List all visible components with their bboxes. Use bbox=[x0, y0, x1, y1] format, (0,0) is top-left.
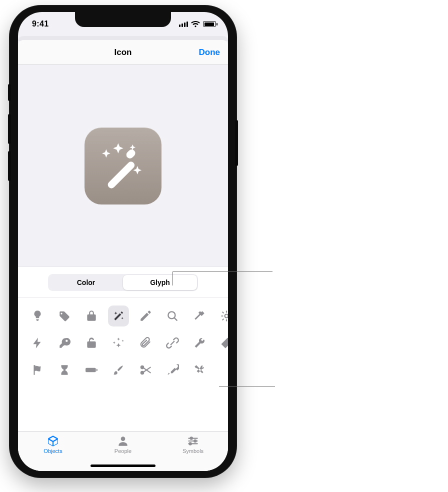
glyph-ruler[interactable] bbox=[216, 332, 228, 354]
glyph-wrench[interactable] bbox=[189, 332, 210, 354]
glyph-unlock[interactable] bbox=[81, 332, 102, 354]
glyph-hammer[interactable] bbox=[189, 306, 210, 326]
svg-point-8 bbox=[194, 440, 196, 442]
glyph-eyedropper[interactable] bbox=[162, 360, 183, 380]
glyph-tools[interactable] bbox=[189, 360, 210, 380]
glyph-sparkles[interactable] bbox=[108, 332, 129, 354]
page-title: Icon bbox=[114, 48, 132, 58]
svg-rect-1 bbox=[125, 148, 137, 160]
tab-objects[interactable]: Objects bbox=[18, 434, 88, 471]
navigation-bar: Icon Done bbox=[18, 40, 228, 65]
screen: 9:41 Icon Done bbox=[18, 12, 228, 471]
glyph-link[interactable] bbox=[162, 332, 183, 354]
done-button[interactable]: Done bbox=[199, 40, 220, 64]
callout-line bbox=[219, 386, 275, 386]
glyph-lock[interactable] bbox=[81, 306, 102, 326]
glyph-hourglass[interactable] bbox=[54, 360, 75, 380]
volume-down-button bbox=[8, 151, 11, 181]
svg-point-3 bbox=[225, 314, 228, 318]
home-indicator[interactable] bbox=[90, 464, 156, 467]
svg-point-6 bbox=[121, 436, 126, 441]
color-glyph-segment: Color Glyph bbox=[48, 274, 198, 291]
callout-line bbox=[172, 272, 272, 272]
glyph-lightbulb[interactable] bbox=[27, 306, 48, 326]
glyph-brush[interactable] bbox=[108, 360, 129, 380]
battery-icon bbox=[203, 21, 216, 27]
mute-switch bbox=[8, 84, 11, 101]
glyph-magnifier[interactable] bbox=[162, 306, 183, 326]
icon-editor-sheet: Icon Done Color bbox=[18, 40, 228, 471]
person-icon bbox=[116, 434, 130, 448]
glyph-picker bbox=[18, 298, 228, 390]
glyph-tag[interactable] bbox=[54, 306, 75, 326]
wand-icon bbox=[93, 136, 153, 196]
glyph-pencil[interactable] bbox=[135, 306, 156, 326]
status-time: 9:41 bbox=[32, 20, 49, 28]
tab-label: People bbox=[114, 448, 132, 454]
svg-point-9 bbox=[189, 442, 191, 444]
volume-up-button bbox=[8, 114, 11, 144]
glyph-battery[interactable] bbox=[81, 360, 102, 380]
glyph-wand[interactable] bbox=[108, 306, 129, 326]
glyph-row bbox=[18, 356, 228, 384]
device-frame: 9:41 Icon Done bbox=[9, 5, 237, 478]
wifi-icon bbox=[191, 21, 200, 28]
svg-point-7 bbox=[190, 437, 192, 439]
sliders-icon bbox=[186, 434, 200, 448]
tab-label: Symbols bbox=[182, 448, 204, 454]
side-button bbox=[235, 120, 238, 166]
glyph-paperclip[interactable] bbox=[135, 332, 156, 354]
notch bbox=[75, 12, 171, 27]
tab-label: Objects bbox=[44, 448, 62, 454]
glyph-bolt[interactable] bbox=[27, 332, 48, 354]
icon-preview bbox=[84, 128, 162, 204]
glyph-scissors[interactable] bbox=[135, 360, 156, 380]
svg-rect-0 bbox=[106, 160, 136, 190]
segment-color[interactable]: Color bbox=[49, 275, 123, 290]
glyph-key[interactable] bbox=[54, 332, 75, 354]
segment-glyph[interactable]: Glyph bbox=[123, 275, 197, 290]
callout-line bbox=[172, 272, 173, 286]
glyph-row bbox=[18, 302, 228, 330]
icon-preview-area bbox=[18, 65, 228, 267]
glyph-gear[interactable] bbox=[216, 306, 228, 326]
tab-symbols[interactable]: Symbols bbox=[158, 434, 228, 471]
cellular-icon bbox=[179, 21, 188, 27]
glyph-flag[interactable] bbox=[27, 360, 48, 380]
cube-icon bbox=[46, 434, 60, 448]
glyph-row bbox=[18, 330, 228, 356]
